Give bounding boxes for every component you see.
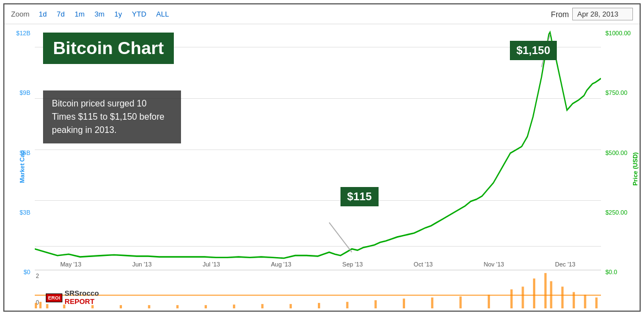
zoom-1m[interactable]: 1m xyxy=(72,9,87,19)
y-axis-right: $1000.00 $750.00 $500.00 $250.00 $0.0 Pr… xyxy=(601,24,640,308)
svg-rect-21 xyxy=(488,295,490,308)
x-tick-0: May '13 xyxy=(60,261,81,268)
y-right-tick-4: $0.0 xyxy=(603,269,637,275)
y-left-tick-0: $12B xyxy=(7,30,33,36)
y-left-tick-3: $3B xyxy=(7,209,33,216)
y-axis-right-label: Price (USD) xyxy=(632,152,638,186)
zoom-1y[interactable]: 1y xyxy=(111,9,125,19)
x-tick-1: Jun '13 xyxy=(132,261,152,268)
chart-title: Bitcoin Chart xyxy=(53,38,164,58)
svg-rect-16 xyxy=(346,302,348,308)
chart-title-box: Bitcoin Chart xyxy=(43,33,174,64)
x-axis: May '13 Jun '13 Jul '13 Aug '13 Sep '13 … xyxy=(35,260,601,269)
from-label: From xyxy=(551,10,569,19)
x-tick-4: Sep '13 xyxy=(342,261,363,268)
x-tick-2: Jul '13 xyxy=(203,261,220,268)
svg-rect-14 xyxy=(290,304,292,308)
zoom-1d[interactable]: 1d xyxy=(36,9,49,19)
svg-rect-28 xyxy=(573,292,575,308)
volume-area: 24h Vol 2 0 xyxy=(35,270,601,308)
zoom-ytd[interactable]: YTD xyxy=(129,9,149,19)
annotation-text: Bitcoin priced surged 10 Times $115 to $… xyxy=(52,99,164,135)
x-tick-5: Oct '13 xyxy=(414,261,433,268)
chart-main: Bitcoin Chart Bitcoin priced surged 10 T… xyxy=(35,24,601,308)
y-left-tick-1: $9B xyxy=(7,89,33,96)
from-section: From xyxy=(551,8,633,20)
svg-rect-4 xyxy=(39,302,41,308)
toolbar: Zoom 1d 7d 1m 3m 1y YTD ALL From xyxy=(4,4,640,24)
y-right-tick-0: $1000.00 xyxy=(603,30,637,36)
svg-rect-23 xyxy=(521,287,524,308)
svg-rect-18 xyxy=(403,298,405,308)
y-right-tick-1: $750.00 xyxy=(603,89,637,96)
svg-rect-13 xyxy=(261,304,263,308)
chart-area: $12B $9B $6B $3B $0 Market Cap xyxy=(4,24,640,308)
volume-svg xyxy=(35,270,601,308)
svg-rect-12 xyxy=(233,305,235,308)
annotation-box: Bitcoin priced surged 10 Times $115 to $… xyxy=(43,90,181,143)
svg-rect-29 xyxy=(584,295,586,308)
logo-name: SRSrocco xyxy=(65,290,99,297)
svg-rect-10 xyxy=(177,305,179,308)
price-115-label: $115 xyxy=(347,190,372,202)
chart-container: Zoom 1d 7d 1m 3m 1y YTD ALL From $12B $9… xyxy=(3,3,641,312)
y-axis-left-label: Market Cap xyxy=(19,150,25,183)
zoom-label: Zoom xyxy=(11,10,29,18)
x-tick-3: Aug '13 xyxy=(271,261,291,268)
svg-rect-25 xyxy=(544,273,546,308)
svg-rect-22 xyxy=(510,290,513,309)
svg-rect-19 xyxy=(431,297,433,308)
logo-report: REPORT xyxy=(65,298,99,306)
zoom-7d[interactable]: 7d xyxy=(54,9,67,19)
svg-rect-9 xyxy=(148,305,150,308)
y-left-tick-4: $0 xyxy=(7,269,33,275)
eroi-badge: EROI xyxy=(46,293,62,302)
svg-rect-17 xyxy=(375,300,377,308)
x-tick-6: Nov '13 xyxy=(483,261,504,268)
svg-rect-24 xyxy=(533,279,535,308)
x-tick-7: Dec '13 xyxy=(555,261,576,268)
zoom-3m[interactable]: 3m xyxy=(92,9,107,19)
price-1150-label: $1,150 xyxy=(517,44,550,56)
svg-rect-27 xyxy=(561,287,563,308)
y-axis-left: $12B $9B $6B $3B $0 Market Cap xyxy=(4,24,35,308)
svg-rect-30 xyxy=(595,297,598,308)
y-right-tick-3: $250.00 xyxy=(603,209,637,216)
from-date-input[interactable] xyxy=(572,8,633,20)
svg-rect-11 xyxy=(205,305,207,308)
svg-rect-26 xyxy=(550,281,552,308)
callout-1150: $1,150 xyxy=(510,41,557,60)
svg-rect-15 xyxy=(318,303,320,308)
svg-rect-3 xyxy=(35,303,37,308)
logo: EROI SRSrocco REPORT xyxy=(46,290,99,306)
svg-rect-20 xyxy=(460,296,462,308)
svg-rect-8 xyxy=(120,305,122,308)
callout-115: $115 xyxy=(340,187,379,206)
zoom-all[interactable]: ALL xyxy=(153,9,172,19)
